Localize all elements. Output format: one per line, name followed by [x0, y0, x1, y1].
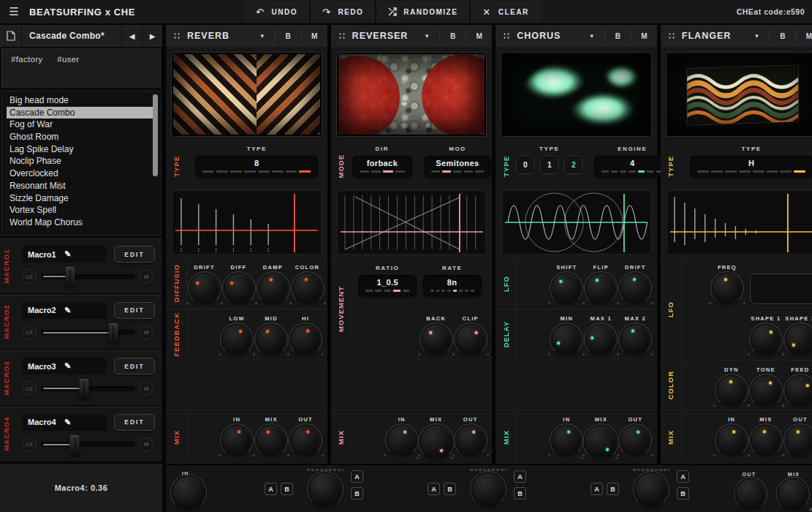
pencil-icon[interactable]: ✎: [64, 418, 101, 427]
dest-b-button[interactable]: B: [351, 487, 363, 500]
mix-knob[interactable]: [421, 426, 452, 457]
macro3-edit-button[interactable]: EDIT: [114, 358, 155, 374]
dest-a-button[interactable]: A: [351, 470, 363, 483]
strip-mix-knob[interactable]: [779, 480, 807, 508]
out-knob[interactable]: [621, 426, 649, 454]
scrollbar-thumb[interactable]: [153, 94, 158, 176]
chorus-type-1-button[interactable]: 1: [540, 156, 558, 174]
mix-knob[interactable]: [257, 426, 285, 454]
dest-b-button[interactable]: B: [514, 487, 526, 500]
hi-knob[interactable]: [292, 325, 319, 353]
rate-selector[interactable]: 8n: [423, 275, 482, 296]
macro2-name-field[interactable]: Macro2✎: [22, 302, 107, 319]
macro2-slider-thumb[interactable]: [108, 323, 118, 342]
low-knob[interactable]: [223, 325, 251, 353]
preset-item[interactable]: Fog of War: [7, 118, 153, 131]
bypass-button[interactable]: B: [605, 25, 631, 47]
next-preset-button[interactable]: ▶: [142, 25, 162, 47]
dest-a-button[interactable]: A: [677, 470, 689, 483]
drift-knob[interactable]: [621, 274, 649, 302]
in-knob[interactable]: [553, 426, 580, 454]
chevron-down-icon[interactable]: ▼: [250, 33, 275, 39]
color-knob[interactable]: [294, 274, 322, 302]
macro4-edit-button[interactable]: EDIT: [114, 414, 155, 431]
preset-item[interactable]: Resonant Mist: [7, 180, 153, 192]
shape2-knob[interactable]: [786, 325, 812, 353]
mix-knob[interactable]: [585, 426, 616, 457]
drift-knob[interactable]: [191, 274, 219, 302]
macro1-slider-thumb[interactable]: [65, 267, 75, 286]
max1-knob[interactable]: [587, 325, 615, 353]
pencil-icon[interactable]: ✎: [64, 361, 101, 371]
mod-selector[interactable]: Semitones: [424, 156, 491, 177]
mix-knob[interactable]: [752, 426, 780, 454]
crossfade-knob[interactable]: [310, 474, 341, 505]
route-a-button[interactable]: A: [428, 483, 440, 495]
out-knob[interactable]: [292, 426, 319, 454]
tag-factory[interactable]: #factory: [11, 55, 42, 64]
route-b-button[interactable]: B: [444, 483, 456, 495]
dyn-knob[interactable]: [718, 377, 745, 404]
preset-item[interactable]: Cascade Combo: [7, 107, 153, 119]
tag-user[interactable]: #user: [57, 55, 79, 64]
ratio-selector[interactable]: 1_0.5: [358, 275, 417, 296]
drag-grip-icon[interactable]: [503, 32, 511, 40]
route-a-button[interactable]: A: [265, 483, 277, 495]
shape1-knob[interactable]: [752, 325, 780, 353]
chorus-type-2-button[interactable]: 2: [564, 156, 583, 174]
macro3-slider-thumb[interactable]: [79, 379, 88, 398]
randomize-button[interactable]: RANDOMIZE: [376, 1, 469, 22]
preset-item[interactable]: Ghost Room: [7, 131, 153, 143]
hamburger-menu-icon[interactable]: ☰: [4, 3, 23, 20]
pencil-icon[interactable]: ✎: [64, 306, 101, 315]
clip-knob[interactable]: [457, 325, 485, 353]
drag-grip-icon[interactable]: [338, 32, 346, 40]
clear-button[interactable]: ✕CLEAR: [471, 1, 540, 22]
prev-preset-button[interactable]: ◀: [121, 25, 142, 47]
shift-knob[interactable]: [553, 274, 580, 302]
mute-button[interactable]: M: [302, 25, 327, 47]
dest-a-button[interactable]: A: [514, 470, 526, 483]
macro2-edit-button[interactable]: EDIT: [114, 302, 155, 319]
chorus-type-0-button[interactable]: 0: [516, 156, 534, 174]
chevron-down-icon[interactable]: ▼: [414, 33, 439, 39]
preset-item[interactable]: Big head mode: [7, 94, 153, 107]
out-knob[interactable]: [457, 426, 485, 454]
freq-knob[interactable]: [713, 274, 741, 302]
reverb-type-selector[interactable]: 8: [195, 156, 318, 177]
mute-button[interactable]: M: [631, 25, 657, 47]
macro1-slider[interactable]: [41, 274, 134, 279]
chevron-down-icon[interactable]: ▼: [744, 33, 769, 39]
feed-knob[interactable]: [786, 377, 812, 404]
chevron-down-icon[interactable]: ▼: [580, 33, 604, 39]
max2-knob[interactable]: [621, 325, 649, 353]
drag-grip-icon[interactable]: [668, 32, 676, 40]
macro3-name-field[interactable]: Macro3✎: [22, 358, 107, 374]
tone-knob[interactable]: [752, 377, 780, 404]
undo-button[interactable]: ↶UNDO: [244, 1, 309, 22]
preset-item[interactable]: Vortex Spell: [7, 204, 153, 217]
out-knob[interactable]: [786, 426, 812, 454]
macro4-name-field[interactable]: Macro4✎: [22, 414, 107, 431]
damp-knob[interactable]: [259, 274, 287, 302]
min-knob[interactable]: [553, 325, 580, 353]
in-knob[interactable]: [223, 426, 251, 454]
strip-in-knob[interactable]: [173, 477, 204, 508]
redo-button[interactable]: ↷REDO: [311, 1, 375, 22]
route-b-button[interactable]: B: [607, 483, 619, 495]
macro4-slider[interactable]: [41, 442, 134, 447]
in-knob[interactable]: [388, 426, 416, 454]
preset-item[interactable]: Lag Spike Delay: [7, 143, 153, 156]
strip-out-knob[interactable]: [737, 480, 764, 508]
in-knob[interactable]: [718, 426, 745, 454]
flanger-type-selector[interactable]: H: [690, 156, 812, 177]
preset-item[interactable]: World Map Chorus: [7, 217, 153, 229]
diff-knob[interactable]: [225, 274, 253, 302]
new-file-icon[interactable]: [0, 25, 22, 47]
pencil-icon[interactable]: ✎: [64, 249, 101, 259]
macro4-slider-thumb[interactable]: [70, 435, 80, 454]
flip-knob[interactable]: [587, 274, 615, 302]
crossfade-knob[interactable]: [636, 474, 667, 505]
engine-selector[interactable]: 4: [594, 156, 670, 177]
mute-button[interactable]: M: [796, 25, 812, 47]
